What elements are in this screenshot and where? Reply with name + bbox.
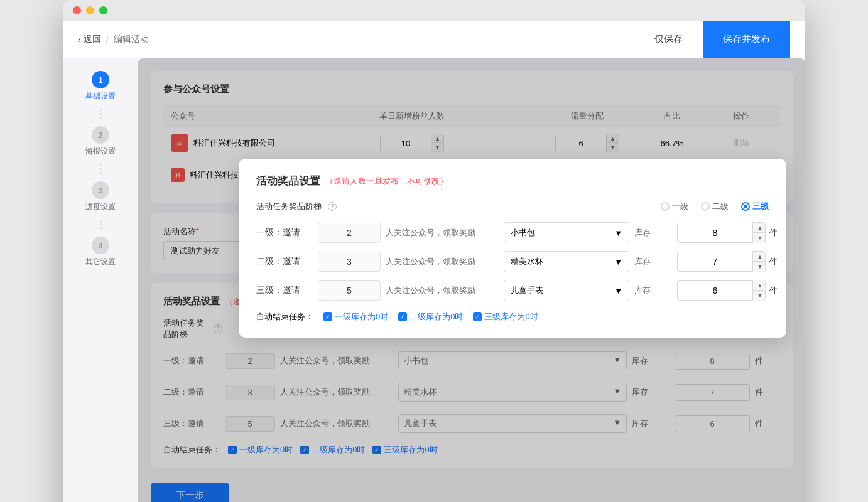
modal-ladder-left: 活动任务奖品阶梯 ? (256, 201, 337, 212)
modal-radio-group: 一级 二级 三级 (661, 201, 769, 212)
step2-label: 海报设置 (85, 146, 116, 157)
modal-stock-arrows-3: ▲ ▼ (752, 280, 766, 301)
modal-stock-input-3[interactable] (677, 280, 752, 301)
modal-ladder-label: 活动任务奖品阶梯 (256, 201, 322, 212)
step-dots-3 (100, 220, 102, 229)
save-only-button[interactable]: 仅保存 (634, 21, 703, 58)
step4-number: 4 (98, 241, 102, 250)
modal-title-row: 活动奖品设置 （邀请人数一旦发布，不可修改） (256, 174, 769, 188)
modal-checkbox-label-3: 三级库存为0时 (484, 311, 538, 323)
modal-radio-circle-1 (661, 202, 670, 211)
modal-checkbox-label-1: 一级库存为0时 (335, 311, 388, 323)
modal-stock-arrows-2: ▲ ▼ (752, 251, 766, 272)
modal-stock-up-1[interactable]: ▲ (753, 223, 766, 233)
back-arrow-icon: ‹ (78, 35, 81, 45)
breadcrumb: 编辑活动 (114, 34, 149, 45)
sidebar-item-step3[interactable]: 3 进度设置 (85, 181, 116, 212)
sidebar: 1 基础设置 2 海报设置 3 (63, 58, 138, 502)
content-area: 参与公众号设置 公众号 单日新增粉丝人数 流量分配 占比 操作 科 科汇佳兴科技… (138, 58, 805, 502)
chevron-down-icon-1: ▼ (614, 228, 622, 238)
modal-prize-rows: 一级：邀请 人关注公众号，领取奖励 小书包 ▼ 库存 ▲ ▼ (256, 222, 769, 301)
step-dots-1 (100, 109, 102, 119)
modal-prize-row-2: 二级：邀请 人关注公众号，领取奖励 精美水杯 ▼ 库存 ▲ ▼ (256, 251, 769, 272)
modal-ladder-row: 活动任务奖品阶梯 ? 一级 二级 (256, 201, 769, 212)
modal-stock-unit-3: 件 (769, 285, 778, 296)
modal-level-3: 三级：邀请 (256, 285, 313, 296)
step1-label: 基础设置 (85, 91, 116, 102)
sidebar-item-step4[interactable]: 4 其它设置 (85, 237, 116, 267)
modal-stock-down-1[interactable]: ▼ (753, 233, 766, 243)
back-button[interactable]: ‹ 返回 (78, 34, 101, 45)
save-publish-button[interactable]: 保存并发布 (703, 21, 790, 58)
modal-checkbox-label-2: 二级库存为0时 (410, 311, 463, 323)
modal-stock-group-3: ▲ ▼ 件 (677, 280, 778, 301)
back-label: 返回 (84, 34, 101, 45)
modal-stock-input-1[interactable] (677, 223, 752, 243)
chevron-down-icon-3: ▼ (614, 286, 622, 296)
modal-action-desc-1: 人关注公众号，领取奖励 (386, 227, 499, 238)
help-icon-modal[interactable]: ? (328, 202, 337, 211)
app-header: ‹ 返回 / 编辑活动 仅保存 保存并发布 (63, 21, 805, 58)
modal-stock-group-2: ▲ ▼ 件 (677, 251, 778, 272)
prize-modal: 活动奖品设置 （邀请人数一旦发布，不可修改） 活动任务奖品阶梯 ? 一级 (239, 159, 786, 338)
modal-stock-up-2[interactable]: ▲ (753, 252, 766, 262)
modal-radio-circle-3 (741, 202, 750, 211)
modal-radio-level2[interactable]: 二级 (701, 201, 729, 212)
minimize-dot[interactable] (86, 6, 94, 14)
chevron-down-icon-2: ▼ (614, 257, 622, 267)
modal-stock-input-2[interactable] (677, 252, 752, 272)
modal-prize-row-3: 三级：邀请 人关注公众号，领取奖励 儿童手表 ▼ 库存 ▲ ▼ (256, 280, 769, 301)
modal-stock-label-1: 库存 (634, 227, 672, 238)
modal-invite-input-1[interactable] (318, 223, 381, 243)
modal-prize-select-1[interactable]: 小书包 ▼ (504, 222, 629, 243)
step4-label: 其它设置 (85, 257, 116, 267)
modal-invite-input-2[interactable] (318, 252, 381, 272)
modal-title: 活动奖品设置 (256, 174, 320, 188)
modal-stock-unit-1: 件 (769, 227, 778, 238)
modal-prize-select-3[interactable]: 儿童手表 ▼ (504, 280, 629, 301)
modal-prize-select-2[interactable]: 精美水杯 ▼ (504, 251, 629, 272)
modal-action-desc-2: 人关注公众号，领取奖励 (386, 256, 499, 267)
step2-circle: 2 (92, 126, 109, 144)
sidebar-item-step2[interactable]: 2 海报设置 (85, 126, 116, 157)
header-left: ‹ 返回 / 编辑活动 (78, 34, 149, 45)
modal-stock-down-3[interactable]: ▼ (753, 291, 766, 301)
modal-auto-end-label: 自动结束任务： (256, 311, 313, 323)
modal-invite-input-3[interactable] (318, 280, 381, 301)
modal-stock-label-3: 库存 (634, 285, 672, 296)
modal-level-2: 二级：邀请 (256, 256, 313, 267)
maximize-dot[interactable] (99, 6, 107, 14)
modal-action-desc-3: 人关注公众号，领取奖励 (386, 285, 499, 296)
modal-prize-row-1: 一级：邀请 人关注公众号，领取奖励 小书包 ▼ 库存 ▲ ▼ (256, 222, 769, 243)
step3-number: 3 (98, 186, 102, 195)
step1-number: 1 (98, 75, 102, 85)
modal-stock-down-2[interactable]: ▼ (753, 262, 766, 272)
modal-radio-level1[interactable]: 一级 (661, 201, 688, 212)
sidebar-item-step1[interactable]: 1 基础设置 (85, 71, 116, 102)
titlebar (63, 0, 805, 21)
step3-label: 进度设置 (85, 201, 116, 212)
step1-circle: 1 (92, 71, 109, 88)
modal-warning: （邀请人数一旦发布，不可修改） (325, 176, 448, 187)
main-layout: 1 基础设置 2 海报设置 3 (63, 58, 805, 502)
modal-auto-end-row: 自动结束任务： ✓ 一级库存为0时 ✓ 二级库存为0时 ✓ 三级库存为0时 (256, 311, 769, 323)
modal-stock-label-2: 库存 (634, 256, 672, 267)
step2-number: 2 (98, 131, 102, 140)
modal-stock-group-1: ▲ ▼ 件 (677, 222, 778, 243)
step4-circle: 4 (92, 237, 109, 254)
step3-circle: 3 (92, 181, 109, 199)
header-actions: 仅保存 保存并发布 (634, 21, 790, 58)
modal-checkbox-level1[interactable]: ✓ 一级库存为0时 (323, 311, 388, 323)
close-dot[interactable] (73, 6, 81, 14)
modal-stock-arrows-1: ▲ ▼ (752, 222, 766, 243)
modal-level-1: 一级：邀请 (256, 227, 313, 238)
modal-radio-level3[interactable]: 三级 (741, 201, 769, 212)
modal-stock-up-3[interactable]: ▲ (753, 280, 766, 291)
breadcrumb-separator: / (106, 35, 109, 45)
modal-radio-circle-2 (701, 202, 710, 211)
modal-checkbox-level2[interactable]: ✓ 二级库存为0时 (398, 311, 463, 323)
modal-stock-unit-2: 件 (769, 256, 778, 267)
modal-checkbox-level3[interactable]: ✓ 三级库存为0时 (473, 311, 538, 323)
step-dots-2 (100, 164, 102, 174)
